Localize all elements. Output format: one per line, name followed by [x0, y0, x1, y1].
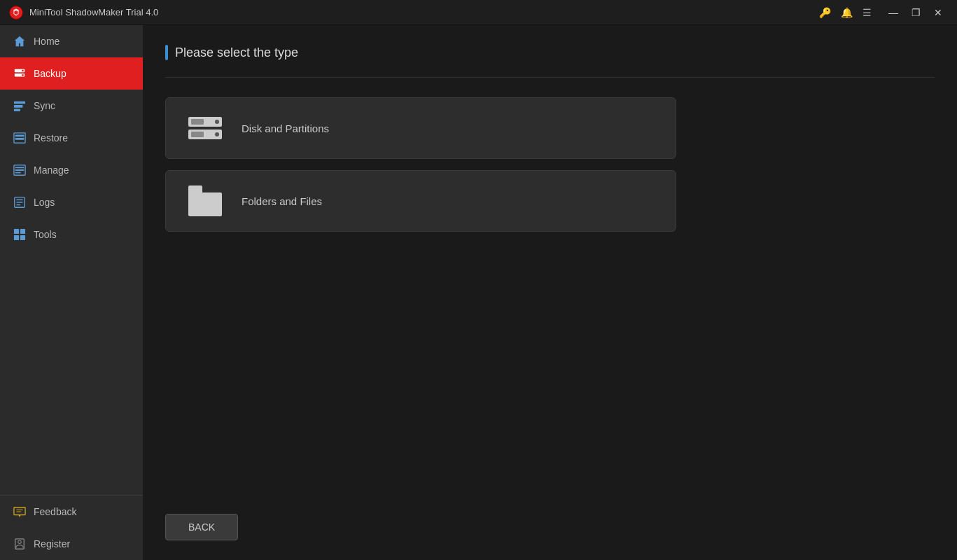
- titlebar: MiniTool ShadowMaker Trial 4.0 🔑 🔔 ☰ — ❐…: [0, 0, 957, 25]
- feedback-icon: [13, 505, 27, 519]
- minimize-button[interactable]: —: [883, 3, 904, 22]
- titlebar-icons: 🔑 🔔 ☰: [819, 7, 872, 18]
- sidebar-label-home: Home: [34, 36, 60, 47]
- home-icon: [13, 34, 27, 48]
- sidebar-item-feedback[interactable]: Feedback: [0, 496, 143, 528]
- disk-icon: [186, 108, 225, 148]
- svg-rect-11: [15, 138, 25, 140]
- svg-rect-13: [15, 167, 25, 169]
- content-area: Please select the type Disk and Partitio…: [143, 25, 957, 560]
- sidebar-label-logs: Logs: [34, 197, 55, 208]
- backup-icon: [13, 66, 27, 80]
- key-icon[interactable]: 🔑: [819, 7, 831, 18]
- folder-icon: [186, 181, 225, 220]
- svg-rect-22: [14, 235, 19, 240]
- close-button[interactable]: ✕: [928, 3, 949, 22]
- sidebar-label-feedback: Feedback: [34, 506, 76, 517]
- app-title: MiniTool ShadowMaker Trial 4.0: [29, 7, 819, 18]
- disk-partitions-label: Disk and Partitions: [242, 122, 329, 134]
- bell-icon[interactable]: 🔔: [841, 7, 853, 18]
- sidebar-item-restore[interactable]: Restore: [0, 122, 143, 154]
- main-layout: Home Backup Sync: [0, 25, 957, 560]
- section-divider: [165, 77, 935, 78]
- sidebar-item-register[interactable]: Register: [0, 528, 143, 560]
- sidebar-label-sync: Sync: [34, 100, 55, 111]
- sidebar-item-logs[interactable]: Logs: [0, 186, 143, 218]
- sync-icon: [13, 99, 27, 113]
- sidebar-item-home[interactable]: Home: [0, 25, 143, 57]
- sidebar-item-backup[interactable]: Backup: [0, 57, 143, 90]
- svg-rect-15: [15, 172, 21, 174]
- window-controls: — ❐ ✕: [883, 3, 949, 22]
- sidebar-label-restore: Restore: [34, 132, 68, 144]
- svg-point-1: [14, 10, 18, 15]
- sidebar-label-backup: Backup: [34, 68, 67, 79]
- page-title: Please select the type: [165, 45, 935, 60]
- sidebar-bottom: Feedback Register: [0, 495, 143, 560]
- svg-point-29: [18, 540, 22, 544]
- back-button[interactable]: BACK: [165, 514, 238, 540]
- svg-point-5: [22, 74, 24, 76]
- svg-marker-25: [18, 515, 21, 518]
- tools-icon: [13, 227, 27, 241]
- svg-rect-6: [14, 102, 25, 104]
- logs-icon: [13, 195, 27, 209]
- register-icon: [13, 537, 27, 551]
- sidebar-item-tools[interactable]: Tools: [0, 218, 143, 251]
- svg-rect-14: [15, 169, 25, 171]
- app-logo: [8, 5, 24, 20]
- sidebar: Home Backup Sync: [0, 25, 143, 560]
- sidebar-item-sync[interactable]: Sync: [0, 90, 143, 122]
- svg-rect-7: [14, 105, 23, 108]
- sidebar-label-manage: Manage: [34, 164, 69, 176]
- maximize-button[interactable]: ❐: [905, 3, 926, 22]
- svg-rect-8: [14, 109, 20, 112]
- disk-partitions-card[interactable]: Disk and Partitions: [165, 97, 676, 159]
- svg-point-4: [22, 70, 24, 72]
- svg-rect-24: [14, 507, 25, 515]
- svg-rect-20: [14, 229, 19, 234]
- svg-rect-23: [20, 235, 25, 240]
- folders-files-card[interactable]: Folders and Files: [165, 170, 676, 232]
- manage-icon: [13, 163, 27, 177]
- restore-icon: [13, 131, 27, 145]
- folders-files-label: Folders and Files: [242, 195, 322, 207]
- sidebar-spacer: [0, 251, 143, 495]
- sidebar-label-tools: Tools: [34, 229, 57, 240]
- sidebar-item-manage[interactable]: Manage: [0, 154, 143, 186]
- svg-rect-10: [15, 135, 25, 137]
- sidebar-label-register: Register: [34, 538, 70, 550]
- menu-icon[interactable]: ☰: [862, 7, 872, 18]
- svg-rect-21: [20, 229, 25, 234]
